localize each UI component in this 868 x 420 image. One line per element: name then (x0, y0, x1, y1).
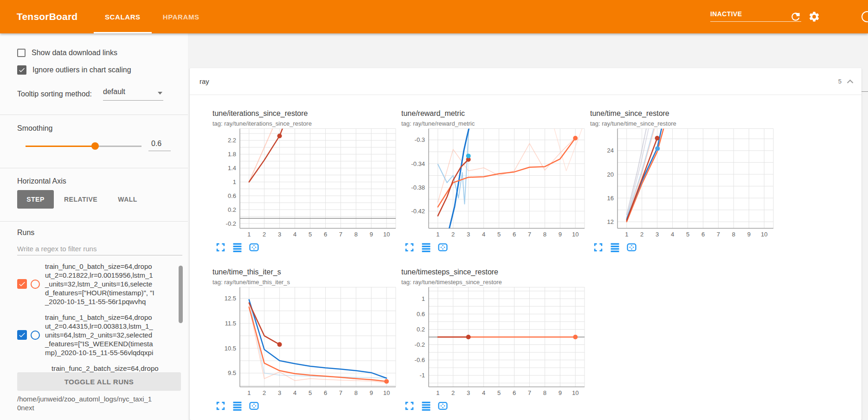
svg-text:8: 8 (354, 231, 358, 238)
run-color-ring[interactable] (31, 331, 40, 340)
refresh-icon[interactable] (790, 11, 802, 23)
tooltip-sorting-dropdown[interactable]: default (103, 88, 163, 101)
toggle-all-runs-button[interactable]: TOGGLE ALL RUNS (17, 372, 181, 391)
svg-text:9: 9 (370, 231, 373, 238)
chart-toolbar (593, 242, 637, 252)
divider (0, 115, 188, 115)
fit-domain-icon[interactable] (249, 401, 259, 411)
svg-text:-0.3: -0.3 (415, 136, 425, 143)
svg-text:6: 6 (513, 389, 516, 396)
svg-text:6: 6 (324, 231, 327, 238)
chart-title: tune/timesteps_since_restore (397, 268, 585, 277)
chart-title: tune/time_since_restore (585, 109, 774, 119)
axis-wall-button[interactable]: WALL (108, 190, 148, 209)
fit-domain-icon[interactable] (438, 242, 448, 252)
svg-text:7: 7 (528, 231, 531, 238)
chart-runs-list-icon[interactable] (421, 401, 431, 411)
svg-text:3: 3 (467, 389, 470, 396)
chart-plot[interactable]: 1216202412345678910 (585, 128, 774, 244)
svg-text:20: 20 (607, 171, 614, 178)
smoothing-slider[interactable] (26, 142, 141, 150)
app-logo: TensorBoard (17, 0, 77, 33)
run-list-item[interactable]: train_func_0_batch_size=64,dropout_2=0.2… (17, 262, 175, 306)
chart-tag: tag: ray/tune/time_since_restore (585, 120, 774, 127)
checkbox-label: Show data download links (32, 49, 117, 57)
checkbox-unchecked-icon[interactable] (17, 49, 26, 57)
runs-list: train_func_0_batch_size=64,dropout_2=0.2… (17, 262, 175, 373)
tooltip-sorting-label: Tooltip sorting method: (17, 90, 92, 98)
svg-text:-0.34: -0.34 (411, 160, 425, 167)
chart-runs-list-icon[interactable] (232, 401, 242, 411)
smoothing-value-input[interactable] (148, 138, 171, 151)
svg-text:2: 2 (640, 231, 643, 238)
sidebar-scrollbar[interactable] (179, 266, 183, 323)
show-download-links-checkbox-row[interactable]: Show data download links (17, 49, 117, 57)
help-icon[interactable] (861, 11, 868, 23)
scalar-chart-card: tune/iterations_since_restoretag: ray/tu… (208, 109, 397, 268)
chart-runs-list-icon[interactable] (610, 242, 620, 252)
expand-chart-icon[interactable] (216, 401, 225, 411)
expand-chart-icon[interactable] (405, 401, 414, 411)
expand-chart-icon[interactable] (216, 242, 225, 252)
status-dropdown[interactable]: INACTIVE (710, 9, 801, 22)
charts-grid: tune/iterations_since_restoretag: ray/tu… (208, 109, 857, 420)
chart-plot[interactable]: -0.42-0.38-0.34-0.312345678910 (397, 128, 585, 244)
expand-chart-icon[interactable] (593, 242, 603, 252)
gear-icon[interactable] (808, 11, 820, 23)
svg-text:1: 1 (422, 295, 425, 302)
smoothing-fill (26, 146, 95, 147)
chart-plot[interactable]: -1-0.6-0.20.20.6112345678910 (397, 287, 585, 403)
run-list-item[interactable]: train_func_1_batch_size=64,dropout_2=0.4… (17, 313, 175, 357)
chart-plot[interactable]: -0.20.20.611.41.82.212345678910 (208, 128, 397, 244)
run-label: train_func_2_batch_size=64,dropout_2= (51, 364, 162, 373)
run-label: train_func_0_batch_size=64,dropout_2=0.2… (45, 262, 155, 306)
svg-text:1.8: 1.8 (228, 151, 236, 158)
svg-text:1: 1 (247, 389, 251, 396)
svg-text:0.6: 0.6 (417, 311, 425, 318)
svg-text:8: 8 (732, 231, 735, 238)
chart-runs-list-icon[interactable] (421, 242, 431, 252)
svg-text:7: 7 (528, 389, 531, 396)
fit-domain-icon[interactable] (627, 242, 637, 252)
svg-text:6: 6 (513, 231, 516, 238)
ignore-outliers-checkbox-row[interactable]: Ignore outliers in chart scaling (17, 65, 131, 75)
fit-domain-icon[interactable] (438, 401, 448, 411)
run-checkbox[interactable] (17, 330, 27, 340)
fit-domain-icon[interactable] (249, 242, 259, 252)
svg-text:7: 7 (717, 231, 720, 238)
chart-title: tune/iterations_since_restore (208, 109, 397, 119)
chart-plot[interactable]: 9.510.511.512.512345678910 (208, 287, 397, 403)
checkbox-checked-icon[interactable] (17, 65, 26, 75)
svg-text:6: 6 (701, 231, 705, 238)
chart-toolbar (216, 401, 259, 411)
app-header: TensorBoard SCALARS HPARAMS INACTIVE (0, 0, 868, 33)
slider-thumb[interactable] (91, 142, 99, 150)
tab-scalars[interactable]: SCALARS (94, 0, 152, 33)
svg-text:9: 9 (559, 389, 562, 396)
svg-text:4: 4 (293, 389, 296, 396)
tooltip-sorting-value: default (103, 88, 125, 95)
axis-step-button[interactable]: STEP (17, 190, 54, 209)
run-color-ring[interactable] (31, 280, 40, 289)
runs-regex-filter-input[interactable] (17, 242, 182, 255)
svg-text:0.2: 0.2 (228, 206, 236, 213)
expand-chart-icon[interactable] (405, 242, 414, 252)
scalar-chart-card: tune/reward_metrictag: ray/tune/reward_m… (397, 109, 585, 268)
svg-text:16: 16 (607, 195, 614, 202)
run-checkbox[interactable] (17, 279, 27, 289)
scalar-chart-card: tune/time_since_restoretag: ray/tune/tim… (585, 109, 774, 268)
log-directory-path: /home/junweid/zoo_automl_logs/nyc_taxi_1… (17, 395, 153, 412)
svg-text:0.6: 0.6 (228, 192, 236, 199)
tab-hparams[interactable]: HPARAMS (152, 0, 211, 33)
svg-text:2: 2 (263, 389, 266, 396)
scalar-chart-card: tune/time_this_iter_stag: ray/tune/time_… (208, 268, 397, 420)
svg-text:4: 4 (293, 231, 296, 238)
chart-runs-list-icon[interactable] (232, 242, 242, 252)
axis-relative-button[interactable]: RELATIVE (54, 190, 108, 209)
chart-toolbar (405, 242, 448, 252)
svg-text:4: 4 (482, 231, 485, 238)
runs-label: Runs (17, 229, 34, 237)
chevron-up-icon[interactable] (846, 77, 854, 86)
tag-group-header[interactable]: ray 5 (190, 68, 862, 95)
run-list-item[interactable]: train_func_2_batch_size=64,dropout_2= (17, 364, 175, 373)
